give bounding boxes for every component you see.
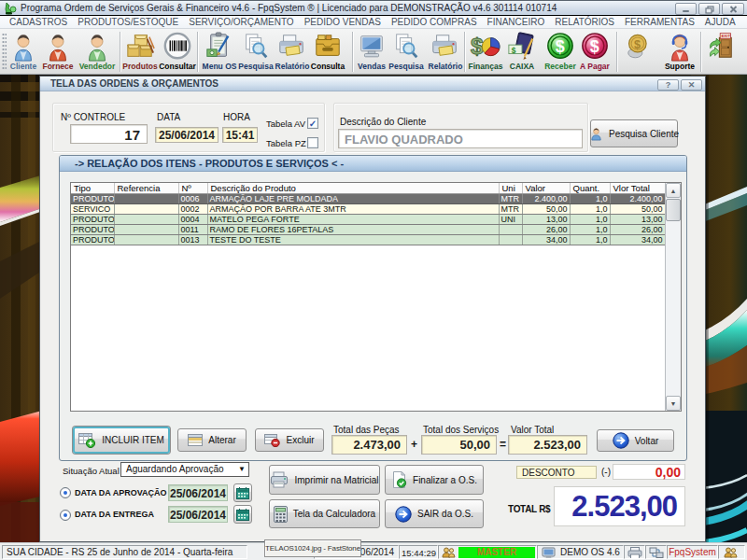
scroll-down-button[interactable]: ▼	[666, 396, 681, 411]
cell[interactable]: 34,00	[522, 235, 570, 245]
status-network-panel[interactable]	[645, 545, 667, 559]
table-scrollbar[interactable]: ▲ ▼	[665, 183, 681, 411]
situacao-dropdown[interactable]: Aguardando Aprovação ▼	[120, 462, 249, 477]
cell[interactable]: 0013	[178, 235, 207, 245]
table-row[interactable]: PRODUTO 0011 RAMO DE FLORES 16PETALAS 26…	[71, 225, 665, 235]
os-close-button[interactable]: ✕	[681, 79, 702, 91]
desconto-field[interactable]: DESCONTO	[516, 466, 597, 479]
pesquisa-cliente-button[interactable]: Pesquisa Cliente	[590, 119, 678, 147]
alterar-button[interactable]: Alterar	[177, 428, 247, 452]
cell[interactable]	[499, 225, 522, 235]
cell[interactable]: UNI	[499, 215, 522, 225]
table-row[interactable]: PRODUTO 0013 TESTE DO TESTE 34,00 1,0 34…	[71, 235, 665, 245]
tabela-av-checkbox[interactable]: ✓	[307, 118, 318, 129]
finalizar-button[interactable]: Finalizar a O.S.	[385, 465, 484, 495]
menu-produtos-estoque[interactable]: PRODUTOS/ESTOQUE	[78, 17, 178, 27]
table-row[interactable]: PRODUTO 0004 MATELO PEGA FORTE UNI 13,00…	[71, 215, 665, 225]
data-field[interactable]: 25/06/2014	[155, 127, 218, 143]
cell[interactable]: 13,00	[522, 215, 570, 225]
menu-pedido-vendas[interactable]: PEDIDO VENDAS	[304, 17, 381, 27]
cell[interactable]: 0006	[178, 194, 207, 204]
table-row[interactable]: SERVICO 0002 ARMAÇÃO POR BARRA ATE 3MTR …	[71, 204, 665, 215]
cell[interactable]: 50,00	[610, 204, 665, 215]
total-rs-field[interactable]: 2.523,00	[554, 486, 685, 526]
faststone-window[interactable]: TELAOS1024.jpg - FastStone	[264, 539, 361, 557]
aprovacao-field[interactable]: 25/06/2014	[168, 484, 228, 501]
tabela-pz-checkbox[interactable]	[307, 137, 318, 148]
menu-ferramentas[interactable]: FERRAMENTAS	[625, 17, 695, 27]
cell[interactable]: 50,00	[522, 204, 570, 215]
menu-pedido-compras[interactable]: PEDIDO COMPRAS	[391, 17, 477, 27]
cell[interactable]	[114, 204, 178, 215]
cell[interactable]: 1,0	[570, 194, 610, 204]
cell[interactable]: 0002	[178, 204, 207, 215]
cell[interactable]: 2.400,00	[610, 194, 665, 204]
menu-relatorios[interactable]: RELATÓRIOS	[555, 17, 614, 27]
cell[interactable]: 13,00	[610, 215, 665, 225]
menu-cadastros[interactable]: CADASTROS	[9, 17, 67, 27]
cell[interactable]: PRODUTO	[71, 194, 114, 204]
pay-money-icon: $	[579, 32, 611, 62]
desconto-value-field[interactable]: 0,00	[613, 464, 685, 480]
toolbar-sair[interactable]: EXIT	[693, 32, 747, 62]
cell[interactable]: 2.400,00	[522, 194, 570, 204]
menu-ajuda[interactable]: AJUDA	[705, 17, 736, 27]
imprimir-button[interactable]: Imprimir na Matricial	[269, 465, 380, 495]
cell[interactable]	[114, 215, 178, 225]
cliente-field[interactable]: FLAVIO QUADRADO	[338, 129, 583, 148]
os-window-titlebar[interactable]: TELA DAS ORDENS & ORÇAMENTOS ? ✕	[40, 77, 705, 91]
cell[interactable]: ARMAÇÃO LAJE PRE MOLDADA	[207, 194, 499, 204]
aprovacao-calendar-button[interactable]	[233, 483, 252, 502]
entrega-radio[interactable]	[60, 510, 71, 521]
cell[interactable]: 26,00	[522, 225, 570, 235]
close-button[interactable]	[722, 3, 744, 15]
voltar-button[interactable]: Voltar	[597, 429, 674, 452]
os-help-button[interactable]: ?	[657, 79, 679, 91]
controle-field[interactable]: 17	[70, 124, 148, 144]
cell[interactable]	[114, 235, 178, 245]
calculadora-button[interactable]: Tela da Calculadora	[269, 499, 380, 528]
sair-button[interactable]: SAIR da O.S.	[385, 499, 484, 528]
cell[interactable]: 1,0	[570, 215, 610, 225]
cell[interactable]: 34,00	[610, 235, 665, 245]
printer-icon	[270, 471, 289, 488]
scroll-thumb[interactable]	[666, 199, 681, 221]
items-table[interactable]: Tipo Referencia Nº Descrição do Produto …	[70, 182, 682, 412]
table-row-selected[interactable]: PRODUTO 0006 ARMAÇÃO LAJE PRE MOLDADA MT…	[71, 194, 665, 204]
total-servicos-field[interactable]: 50,00	[421, 435, 497, 455]
total-pecas-field[interactable]: 2.473,00	[331, 435, 407, 455]
cell[interactable]: PRODUTO	[71, 225, 114, 235]
incluir-item-button[interactable]: INCLUIR ITEM	[73, 427, 170, 454]
entrega-calendar-button[interactable]	[233, 505, 252, 524]
cell[interactable]: 1,0	[570, 235, 610, 245]
menu-financeiro[interactable]: FINANCEIRO	[487, 17, 545, 27]
cell[interactable]: MATELO PEGA FORTE	[207, 215, 499, 225]
scroll-up-button[interactable]: ▲	[666, 183, 681, 198]
cell[interactable]: PRODUTO	[71, 215, 114, 225]
entrega-field[interactable]: 25/06/2014	[168, 506, 228, 523]
cell[interactable]	[499, 235, 522, 245]
cell[interactable]	[114, 225, 178, 235]
cell[interactable]: MTR	[499, 204, 522, 215]
cell[interactable]: 0011	[178, 225, 207, 235]
excluir-button[interactable]: Excluir	[255, 428, 324, 452]
cell[interactable]: MTR	[499, 194, 522, 204]
cell[interactable]: SERVICO	[71, 204, 114, 215]
cell[interactable]	[114, 194, 178, 204]
cell[interactable]: RAMO DE FLORES 16PETALAS	[207, 225, 499, 235]
valor-total-field[interactable]: 2.523,00	[508, 435, 587, 455]
app-titlebar[interactable]: Programa Ordem de Serviços Gerais & Fina…	[0, 0, 747, 15]
cell[interactable]: PRODUTO	[71, 235, 114, 245]
menu-servico-orcamento[interactable]: SERVIÇO/ORÇAMENTO	[189, 17, 293, 27]
minimize-button[interactable]	[675, 3, 697, 15]
cell[interactable]: 0004	[178, 215, 207, 225]
restore-button[interactable]	[698, 3, 720, 15]
aprovacao-radio[interactable]	[60, 487, 71, 498]
cell[interactable]: 1,0	[570, 204, 610, 215]
cell[interactable]: ARMAÇÃO POR BARRA ATE 3MTR	[207, 204, 499, 215]
cell[interactable]: 1,0	[570, 225, 610, 235]
cell[interactable]: TESTE DO TESTE	[207, 235, 499, 245]
status-printer-panel[interactable]	[624, 545, 645, 559]
cell[interactable]: 26,00	[610, 225, 665, 235]
hora-field[interactable]: 15:41	[222, 127, 258, 143]
